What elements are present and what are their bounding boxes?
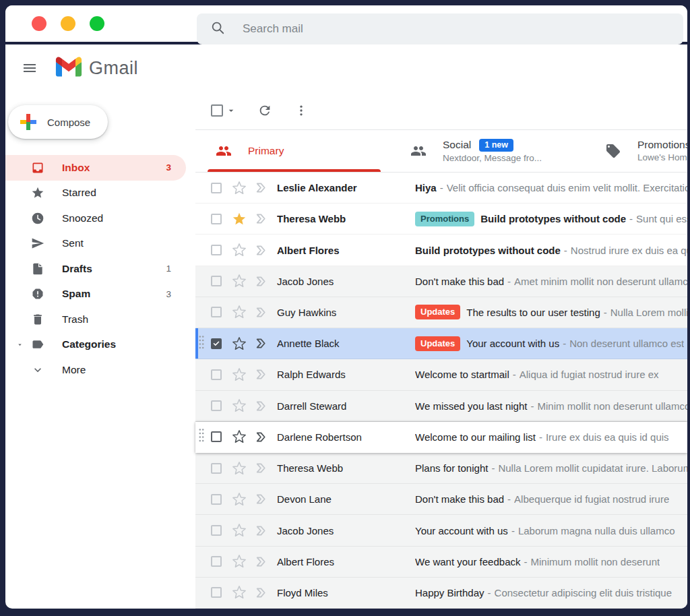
email-row[interactable]: Jacob Jones Your account with us - Labor… — [195, 515, 687, 546]
row-checkbox[interactable] — [211, 525, 222, 536]
sidebar-item-spam[interactable]: Spam 3 — [5, 282, 186, 307]
importance-marker-icon[interactable] — [255, 524, 269, 538]
row-checkbox[interactable] — [211, 338, 222, 349]
row-checkbox[interactable] — [211, 494, 222, 505]
row-checkbox[interactable] — [211, 369, 222, 380]
sidebar-item-inbox[interactable]: Inbox 3 — [5, 155, 186, 181]
row-checkbox[interactable] — [211, 214, 222, 224]
star-toggle-icon[interactable] — [232, 212, 247, 226]
star-toggle-icon[interactable] — [232, 523, 247, 538]
email-list: Leslie Alexander Hiya - Velit officia co… — [195, 173, 687, 609]
compose-button[interactable]: Compose — [8, 105, 108, 139]
email-row[interactable]: Ralph Edwards Welcome to startmail - Ali… — [195, 359, 687, 390]
row-checkbox[interactable] — [211, 587, 222, 598]
item-label: Categories — [62, 338, 116, 350]
tab-primary[interactable]: Primary — [195, 130, 390, 172]
row-checkbox[interactable] — [211, 183, 222, 193]
importance-marker-icon[interactable] — [255, 399, 269, 413]
star-toggle-icon[interactable] — [232, 585, 247, 600]
sidebar-item-snoozed[interactable]: Snoozed — [5, 206, 186, 231]
sidebar: Compose Inbox 3 Starred Snoozed Sent Dra… — [5, 92, 195, 609]
minimize-window-button[interactable] — [61, 16, 75, 31]
sidebar-item-starred[interactable]: Starred — [5, 181, 186, 206]
select-all-checkbox[interactable] — [211, 104, 223, 117]
sidebar-item-drafts[interactable]: Drafts 1 — [5, 256, 186, 282]
email-row[interactable]: Albert Flores Build prototypes without c… — [195, 235, 687, 266]
row-checkbox[interactable] — [211, 307, 222, 317]
star-toggle-icon[interactable] — [232, 367, 247, 382]
item-label: Sent — [62, 237, 84, 249]
importance-marker-icon[interactable] — [255, 336, 269, 350]
drag-handle-icon[interactable] — [198, 335, 205, 352]
importance-marker-icon[interactable] — [255, 181, 269, 195]
star-toggle-icon[interactable] — [232, 554, 247, 569]
email-row[interactable]: Annette Black Updates Your account with … — [195, 328, 687, 359]
email-subject: We want your feedback — [415, 556, 520, 567]
importance-marker-icon[interactable] — [255, 430, 269, 444]
star-toggle-icon[interactable] — [232, 398, 247, 413]
email-row[interactable]: Theresa Webb Plans for tonight - Nulla L… — [195, 453, 687, 484]
email-subject: Build prototypes without code — [480, 213, 626, 224]
importance-marker-icon[interactable] — [255, 212, 269, 226]
sidebar-item-trash[interactable]: Trash — [5, 307, 186, 332]
email-row[interactable]: Darrell Steward We missed you last night… — [195, 391, 687, 422]
star-toggle-icon[interactable] — [232, 181, 247, 195]
sidebar-item-sent[interactable]: Sent — [5, 231, 186, 257]
search-input[interactable]: Search mail — [197, 13, 683, 44]
select-dropdown-caret-icon[interactable] — [226, 105, 237, 116]
expander-slot — [15, 365, 24, 375]
importance-marker-icon[interactable] — [255, 492, 269, 506]
list-pane: Primary Social 1 new Nextdoor, Message f… — [195, 92, 687, 609]
email-row[interactable]: Guy Hawkins Updates The results to our u… — [195, 297, 687, 328]
star-icon — [31, 186, 44, 199]
email-row[interactable]: Devon Lane Don't make this bad - Albeque… — [195, 484, 687, 515]
email-row[interactable]: Floyd Miles Happy Birthday - Consectetur… — [195, 578, 687, 609]
drag-handle-icon[interactable] — [198, 428, 205, 445]
email-snippet: Sunt qui esse pariatur — [636, 213, 687, 224]
star-toggle-icon[interactable] — [232, 492, 247, 507]
row-checkbox[interactable] — [211, 556, 222, 567]
importance-marker-icon[interactable] — [255, 461, 269, 475]
maximize-window-button[interactable] — [90, 16, 104, 31]
star-toggle-icon[interactable] — [232, 274, 247, 288]
subject-snippet-separator: - — [507, 276, 511, 287]
star-toggle-icon[interactable] — [232, 461, 247, 476]
star-toggle-icon[interactable] — [232, 305, 247, 319]
star-toggle-icon[interactable] — [232, 336, 247, 351]
close-window-button[interactable] — [32, 16, 46, 31]
refresh-button[interactable] — [257, 102, 273, 119]
email-content: Welcome to our mailing list - Irure ex d… — [415, 431, 687, 443]
tab-social[interactable]: Social 1 new Nextdoor, Message fro... — [390, 130, 585, 172]
star-toggle-icon[interactable] — [232, 429, 247, 444]
tab-subtitle: Nextdoor, Message fro... — [443, 153, 542, 163]
importance-marker-icon[interactable] — [255, 367, 269, 381]
tab-promotions[interactable]: Promotions Lowe's Home — [585, 130, 687, 172]
importance-marker-icon[interactable] — [255, 555, 269, 569]
importance-marker-icon[interactable] — [255, 274, 269, 288]
email-row[interactable]: Jacob Jones Don't make this bad - Amet m… — [195, 266, 687, 297]
more-options-button[interactable] — [293, 102, 309, 119]
importance-marker-icon[interactable] — [255, 305, 269, 319]
row-checkbox[interactable] — [211, 463, 222, 474]
item-count: 1 — [166, 264, 186, 274]
email-content: We missed you last night - Minim mollit … — [415, 400, 687, 412]
row-checkbox[interactable] — [211, 276, 222, 286]
email-row[interactable]: Albert Flores We want your feedback - Mi… — [195, 547, 687, 578]
email-row[interactable]: Theresa Webb Promotions Build prototypes… — [195, 204, 687, 235]
sidebar-item-more[interactable]: More — [5, 357, 186, 383]
select-all-control[interactable] — [211, 104, 237, 117]
email-row[interactable]: Darlene Robertson Welcome to our mailing… — [195, 422, 687, 453]
importance-marker-icon[interactable] — [255, 243, 269, 257]
email-row[interactable]: Leslie Alexander Hiya - Velit officia co… — [195, 173, 687, 204]
row-checkbox[interactable] — [211, 400, 222, 411]
email-content: We want your feedback - Minimum mollit n… — [415, 556, 687, 567]
row-checkbox[interactable] — [211, 431, 222, 442]
importance-marker-icon[interactable] — [255, 586, 269, 600]
star-toggle-icon[interactable] — [232, 243, 247, 257]
send-icon — [31, 237, 44, 250]
row-checkbox[interactable] — [211, 245, 222, 255]
subject-snippet-separator: - — [564, 245, 567, 256]
email-subject: Don't make this bad — [415, 276, 504, 287]
sidebar-item-categories[interactable]: Categories — [5, 332, 186, 358]
hamburger-menu-icon[interactable] — [13, 52, 46, 84]
